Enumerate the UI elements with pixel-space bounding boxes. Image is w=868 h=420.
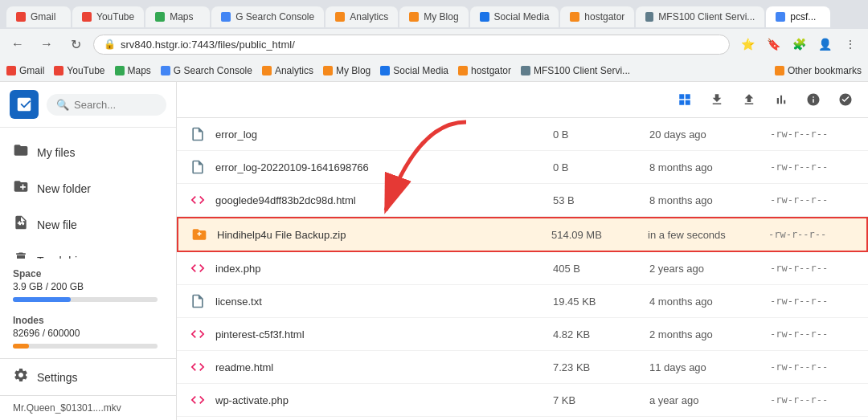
bookmark-hostgator[interactable]: hostgator <box>458 65 511 76</box>
menu-button[interactable]: ⋮ <box>839 33 862 55</box>
analytics-button[interactable] <box>768 87 794 112</box>
sidebar-item-myfiles[interactable]: My files <box>0 134 170 170</box>
address-bar[interactable]: 🔒 srv840.hstgr.io:7443/files/public_html… <box>93 35 730 55</box>
search-box[interactable]: 🔍 <box>47 94 166 116</box>
space-value: 3.9 GB / 200 GB <box>13 281 163 292</box>
file-perms: -rw-r--r-- <box>770 128 858 140</box>
bookmark-favicon <box>521 66 530 75</box>
new-file-icon <box>13 214 29 234</box>
table-row[interactable]: error_log-20220109-1641698766 0 B 8 mont… <box>177 151 868 184</box>
tab-myblog[interactable]: My Blog <box>399 6 468 27</box>
file-date: 8 months ago <box>649 161 770 173</box>
tab-youtube[interactable]: YouTube <box>72 6 144 27</box>
footer-filename: Mr.Queen_$01301....mkv <box>13 402 121 414</box>
inodes-value: 82696 / 600000 <box>13 328 163 339</box>
search-input[interactable] <box>74 99 157 111</box>
upload-button[interactable] <box>736 87 762 112</box>
address-text: srv840.hstgr.io:7443/files/public_html/ <box>121 39 295 51</box>
info-button[interactable] <box>800 87 826 112</box>
tab-analytics[interactable]: Analytics <box>326 6 398 27</box>
file-icon <box>186 290 209 312</box>
space-progress-bar <box>13 297 158 302</box>
file-size: 514.09 MB <box>551 229 648 241</box>
table-row[interactable]: wp-blog-header.php 351 B 2 years ago -rw… <box>177 417 868 420</box>
file-perms: -rw-r--r-- <box>770 263 858 274</box>
bookmark-myblog[interactable]: My Blog <box>323 65 371 76</box>
grid-view-button[interactable] <box>672 87 698 112</box>
file-perms: -rw-r--r-- <box>770 361 858 373</box>
download-button[interactable] <box>704 87 730 112</box>
table-row[interactable]: error_log 0 B 20 days ago -rw-r--r-- <box>177 118 868 151</box>
file-size: 19.45 KB <box>553 296 649 308</box>
file-size: 0 B <box>553 128 649 141</box>
tab-favicon <box>480 12 489 22</box>
tab-label: Gmail <box>31 11 55 22</box>
file-perms: -rw-r--r-- <box>768 229 857 240</box>
file-size: 405 B <box>553 263 649 275</box>
file-size: 0 B <box>553 161 649 173</box>
bookmark-gsc[interactable]: G Search Console <box>161 65 252 76</box>
table-row[interactable]: readme.html 7.23 KB 11 days ago -rw-r--r… <box>177 351 868 384</box>
tab-favicon <box>570 12 579 22</box>
inodes-label: Inodes <box>13 315 163 326</box>
bookmark-analytics[interactable]: Analytics <box>262 65 313 76</box>
folder-icon <box>13 142 29 162</box>
bookmark-favicon <box>115 66 125 75</box>
lock-icon: 🔒 <box>104 39 116 50</box>
bookmark-maps[interactable]: Maps <box>115 65 151 76</box>
bookmark-youtube[interactable]: YouTube <box>54 65 104 76</box>
bookmark-favicon <box>775 66 784 75</box>
bookmark-other[interactable]: Other bookmarks <box>775 65 862 76</box>
bookmark-favicon <box>458 66 468 75</box>
bookmark-favicon <box>161 66 170 75</box>
bookmark-social[interactable]: Social Media <box>380 65 448 76</box>
tab-favicon <box>82 12 92 22</box>
table-row[interactable]: license.txt 19.45 KB 4 months ago -rw-r-… <box>177 285 868 318</box>
tab-favicon <box>221 12 231 22</box>
tab-favicon <box>16 12 26 22</box>
tab-label: hostgator <box>584 11 624 22</box>
tab-gmail[interactable]: Gmail <box>6 6 71 27</box>
sidebar-item-trash[interactable]: Trash bin <box>0 243 170 259</box>
space-label: Space <box>13 268 163 279</box>
table-row[interactable]: googlede94dff83b2dc98d.html 53 B 8 month… <box>177 184 868 217</box>
bookmark-gmail[interactable]: Gmail <box>6 65 44 76</box>
file-date: 11 days ago <box>649 361 770 373</box>
sidebar-inodes: Inodes 82696 / 600000 <box>0 312 176 358</box>
file-date: 4 months ago <box>649 296 770 308</box>
bookmark-favicon <box>54 66 63 75</box>
tab-favicon <box>776 12 785 22</box>
bookmark-button[interactable]: 🔖 <box>762 33 784 55</box>
tab-label: YouTube <box>96 11 134 22</box>
file-icon <box>188 223 211 246</box>
tab-search-console[interactable]: G Search Console <box>211 6 324 27</box>
sidebar-item-newfile[interactable]: New file <box>0 206 170 243</box>
tab-active[interactable]: pcsf... <box>766 6 830 27</box>
sidebar-item-newfolder[interactable]: New folder <box>0 170 170 206</box>
sidebar-footer: Mr.Queen_$01301....mkv <box>0 395 176 420</box>
sidebar-item-label: New file <box>37 218 77 231</box>
table-row-highlighted[interactable]: Hindihelp4u File Backup.zip 514.09 MB in… <box>177 217 868 252</box>
file-icon <box>186 389 209 411</box>
share-button[interactable]: ⭐ <box>736 33 759 55</box>
table-row[interactable]: index.php 405 B 2 years ago -rw-r--r-- <box>177 252 868 285</box>
check-button[interactable] <box>833 87 858 112</box>
tab-hostgator[interactable]: hostgator <box>560 6 634 27</box>
sidebar-item-settings[interactable]: Settings <box>0 358 176 395</box>
profile-button[interactable]: 👤 <box>813 33 836 55</box>
table-row[interactable]: wp-activate.php 7 KB a year ago -rw-r--r… <box>177 384 868 417</box>
tab-social[interactable]: Social Media <box>470 6 559 27</box>
file-date: a year ago <box>649 394 770 406</box>
refresh-button[interactable]: ↻ <box>64 33 87 55</box>
bookmark-mfs[interactable]: MFS100 Client Servi... <box>521 65 630 76</box>
bookmark-favicon <box>6 66 16 75</box>
forward-button[interactable]: → <box>35 33 58 55</box>
extensions-button[interactable]: 🧩 <box>788 33 810 55</box>
back-button[interactable]: ← <box>6 33 29 55</box>
sidebar-header: 🔍 <box>0 82 176 128</box>
table-row[interactable]: pinterest-c5f3f.html 4.82 KB 2 months ag… <box>177 318 868 351</box>
bookmarks-bar: Gmail YouTube Maps G Search Console Anal… <box>0 59 868 82</box>
tab-mfs[interactable]: MFS100 Client Servi... <box>636 6 764 27</box>
tab-maps[interactable]: Maps <box>145 6 210 27</box>
trash-icon <box>13 251 29 259</box>
